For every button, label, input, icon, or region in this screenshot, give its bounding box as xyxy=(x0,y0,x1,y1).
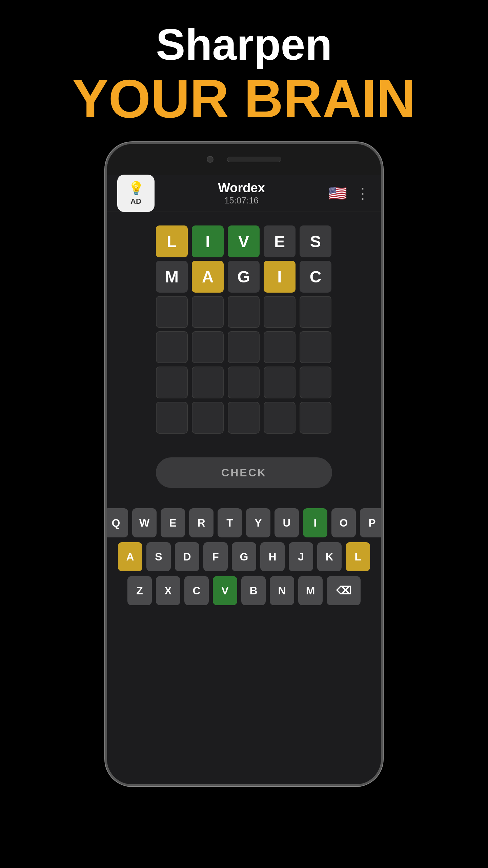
keyboard-area: QWERTYUIOPASDFGHJKLZXCVBNM⌫ xyxy=(107,501,381,626)
key-i[interactable]: I xyxy=(303,508,327,537)
grid-cell-5-2 xyxy=(228,402,260,434)
keyboard-row-0: QWERTYUIOP xyxy=(105,508,383,537)
key-v[interactable]: V xyxy=(213,576,237,605)
cell-letter-1-1: A xyxy=(202,268,214,286)
key-l[interactable]: L xyxy=(346,542,370,571)
grid-cell-4-1 xyxy=(192,367,224,398)
key-r[interactable]: R xyxy=(189,508,214,537)
phone-speaker xyxy=(227,157,281,162)
cell-letter-0-3: E xyxy=(274,232,285,251)
cell-letter-1-4: C xyxy=(310,268,322,286)
key-a[interactable]: A xyxy=(118,542,142,571)
keyboard-row-2: ZXCVBNM⌫ xyxy=(127,576,361,605)
cell-letter-1-3: I xyxy=(277,268,282,286)
grid-cell-2-1 xyxy=(192,296,224,328)
key-g[interactable]: G xyxy=(232,542,256,571)
grid-cell-1-4: C xyxy=(300,261,331,293)
app-header: 💡 AD Wordex 15:07:16 🇺🇸 ⋮ xyxy=(107,175,381,212)
grid-cell-5-3 xyxy=(264,402,296,434)
grid-cell-2-3 xyxy=(264,296,296,328)
bulb-icon: 💡 xyxy=(128,181,144,196)
app-header-right: 🇺🇸 ⋮ xyxy=(328,184,371,202)
grid-cell-3-4 xyxy=(300,331,331,363)
grid-cell-3-2 xyxy=(228,331,260,363)
key-w[interactable]: W xyxy=(132,508,157,537)
app-title-area: Wordex 15:07:16 xyxy=(218,181,265,206)
key-p[interactable]: P xyxy=(360,508,383,537)
grid-cell-1-3: I xyxy=(264,261,296,293)
header-section: Sharpen YOUR BRAIN xyxy=(72,0,415,142)
key-e[interactable]: E xyxy=(161,508,185,537)
game-grid: LIVESMAGIC xyxy=(156,225,332,434)
ad-button[interactable]: 💡 AD xyxy=(117,175,155,212)
cell-letter-1-0: M xyxy=(165,268,179,286)
keyboard-row-1: ASDFGHJKL xyxy=(118,542,370,571)
check-button-area: CHECK xyxy=(107,440,381,501)
key-f[interactable]: F xyxy=(203,542,228,571)
key-y[interactable]: Y xyxy=(246,508,270,537)
key-t[interactable]: T xyxy=(218,508,242,537)
cell-letter-0-2: V xyxy=(238,232,249,251)
app-title: Wordex xyxy=(218,181,265,195)
grid-cell-4-2 xyxy=(228,367,260,398)
phone-top xyxy=(107,144,381,175)
grid-cell-2-0 xyxy=(156,296,188,328)
key-m[interactable]: M xyxy=(298,576,323,605)
grid-cell-1-2: G xyxy=(228,261,260,293)
key-z[interactable]: Z xyxy=(127,576,152,605)
phone-side-button xyxy=(382,280,383,314)
grid-cell-3-1 xyxy=(192,331,224,363)
key-k[interactable]: K xyxy=(317,542,342,571)
key-u[interactable]: U xyxy=(274,508,299,537)
grid-cell-4-4 xyxy=(300,367,331,398)
app-timer: 15:07:16 xyxy=(218,195,265,206)
grid-cell-3-3 xyxy=(264,331,296,363)
game-grid-container: LIVESMAGIC xyxy=(107,212,381,440)
grid-cell-2-4 xyxy=(300,296,331,328)
header-sharpen: Sharpen xyxy=(72,20,415,69)
grid-cell-0-0: L xyxy=(156,225,188,257)
cell-letter-0-4: S xyxy=(310,232,321,251)
grid-cell-3-0 xyxy=(156,331,188,363)
grid-cell-1-1: A xyxy=(192,261,224,293)
phone-camera xyxy=(207,156,214,163)
key-h[interactable]: H xyxy=(260,542,285,571)
app-content: 💡 AD Wordex 15:07:16 🇺🇸 ⋮ LIVESMAGIC CHE… xyxy=(107,175,381,784)
header-brain: YOUR BRAIN xyxy=(72,69,415,129)
grid-cell-0-2: V xyxy=(228,225,260,257)
grid-cell-5-0 xyxy=(156,402,188,434)
cell-letter-1-2: G xyxy=(237,268,250,286)
grid-cell-5-1 xyxy=(192,402,224,434)
key-⌫[interactable]: ⌫ xyxy=(327,576,361,605)
grid-cell-0-3: E xyxy=(264,225,296,257)
key-b[interactable]: B xyxy=(241,576,266,605)
key-d[interactable]: D xyxy=(175,542,199,571)
grid-cell-1-0: M xyxy=(156,261,188,293)
menu-button[interactable]: ⋮ xyxy=(355,184,371,202)
key-j[interactable]: J xyxy=(289,542,313,571)
key-q[interactable]: Q xyxy=(105,508,128,537)
grid-cell-5-4 xyxy=(300,402,331,434)
grid-cell-4-0 xyxy=(156,367,188,398)
cell-letter-0-0: L xyxy=(167,232,177,251)
check-button[interactable]: CHECK xyxy=(156,457,332,488)
cell-letter-0-1: I xyxy=(205,232,210,251)
grid-cell-0-4: S xyxy=(300,225,331,257)
key-s[interactable]: S xyxy=(146,542,171,571)
key-o[interactable]: O xyxy=(331,508,356,537)
grid-cell-0-1: I xyxy=(192,225,224,257)
grid-cell-2-2 xyxy=(228,296,260,328)
key-n[interactable]: N xyxy=(270,576,294,605)
ad-label: AD xyxy=(130,197,141,206)
key-c[interactable]: C xyxy=(184,576,209,605)
phone-frame: 💡 AD Wordex 15:07:16 🇺🇸 ⋮ LIVESMAGIC CHE… xyxy=(105,142,383,786)
key-x[interactable]: X xyxy=(156,576,180,605)
grid-cell-4-3 xyxy=(264,367,296,398)
flag-icon[interactable]: 🇺🇸 xyxy=(328,184,347,202)
